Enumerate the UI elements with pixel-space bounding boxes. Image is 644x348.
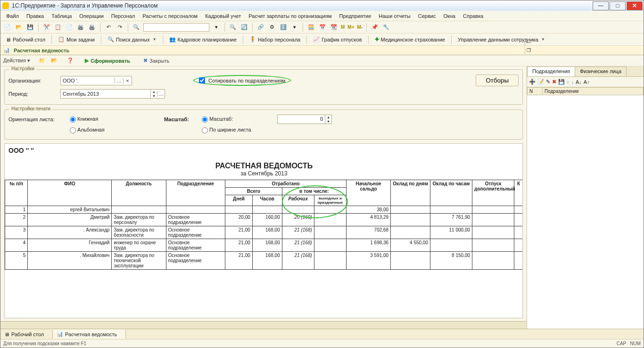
- recruit-button[interactable]: 🧍 Набор персонала: [247, 35, 303, 43]
- save-icon[interactable]: 💾: [26, 23, 34, 32]
- action-help-icon[interactable]: ❓: [66, 57, 74, 65]
- scale-radio[interactable]: [202, 116, 208, 123]
- close-doc-button[interactable]: ✖ Закрыть: [140, 57, 172, 65]
- settings-icon[interactable]: 🔧: [382, 23, 390, 32]
- menu-hr[interactable]: Кадровый учет: [202, 12, 244, 20]
- sort-asc-icon[interactable]: A↓: [576, 79, 582, 85]
- new-icon[interactable]: 📄: [3, 23, 12, 32]
- planning-button[interactable]: 👥 Кадровое планирование: [167, 35, 239, 43]
- sort-by-dept-checkbox[interactable]: [199, 77, 205, 83]
- copy-row-icon[interactable]: ✎: [546, 79, 550, 85]
- properties-icon[interactable]: ⚙: [268, 23, 276, 32]
- col-vacation: Отпуск дополнительный: [472, 180, 514, 206]
- scale-up-button[interactable]: ▲: [325, 115, 331, 119]
- scale-option[interactable]: Масштаб:: [202, 116, 249, 123]
- save-settings-icon[interactable]: 📁: [38, 57, 46, 65]
- menu-help[interactable]: Справка: [460, 12, 486, 20]
- printer2-icon[interactable]: 🖨️: [88, 23, 96, 32]
- filters-button[interactable]: Отборы: [476, 75, 519, 86]
- wintab-document[interactable]: 📊 Расчетная ведомость: [53, 330, 126, 339]
- form-button[interactable]: ▶ Сформировать: [82, 57, 133, 65]
- zoom-icon[interactable]: 🔍: [229, 23, 237, 32]
- memory-mplus-button[interactable]: M+: [347, 25, 354, 30]
- doc-minimize-button[interactable]: —: [525, 39, 532, 46]
- doc-restore-button[interactable]: ❐: [525, 47, 532, 54]
- tab-departments[interactable]: Подразделения: [527, 66, 575, 76]
- help-icon[interactable]: ℹ️: [279, 23, 288, 32]
- delete-icon[interactable]: ✖: [552, 79, 556, 85]
- report-area[interactable]: ООО '' '' РАСЧЕТНАЯ ВЕДОМОСТЬ за Сентябр…: [4, 143, 523, 318]
- save-list-icon[interactable]: 💾: [558, 79, 565, 85]
- menu-file[interactable]: Файл: [3, 12, 22, 20]
- move-down-icon[interactable]: ↓: [571, 79, 574, 85]
- action-bar: Действия ▾ 📁 📂 ❓ ▶ Сформировать ✖ Закрыт…: [0, 55, 644, 66]
- search-dropdown-icon[interactable]: ▾: [212, 23, 221, 32]
- desktop-button[interactable]: 🖥 Рабочий стол: [3, 36, 48, 43]
- org-choose-button[interactable]: …: [115, 78, 123, 83]
- memory-mminus-button[interactable]: M-: [357, 25, 363, 30]
- edit-icon[interactable]: 📝: [537, 79, 544, 85]
- menu-service[interactable]: Сервис: [415, 12, 439, 20]
- scale-width-option[interactable]: По ширине листа: [202, 127, 251, 133]
- close-button[interactable]: ✕: [627, 1, 643, 10]
- calc-icon[interactable]: 🧮: [307, 23, 315, 32]
- pin-icon[interactable]: 📌: [371, 23, 379, 32]
- calendar-icon[interactable]: 📅: [318, 23, 327, 32]
- memory-m-button[interactable]: M: [341, 25, 345, 30]
- open-icon[interactable]: 📂: [15, 23, 23, 32]
- scale-value-spinner[interactable]: 0 ▲ ▼: [277, 115, 332, 124]
- menu-windows[interactable]: Окна: [440, 12, 458, 20]
- period-label: Период:: [8, 91, 56, 97]
- redo-icon[interactable]: ↷: [116, 23, 124, 32]
- add-icon[interactable]: ➕: [529, 79, 536, 85]
- tasks-button[interactable]: 📋 Мои задачи: [56, 35, 97, 43]
- wintab-desktop[interactable]: 🖥 Рабочий стол: [0, 330, 53, 339]
- menu-table[interactable]: Таблица: [49, 12, 74, 20]
- right-table[interactable]: N Подразделение: [527, 87, 644, 329]
- orientation-album-radio[interactable]: [70, 127, 76, 133]
- search-input[interactable]: [143, 23, 209, 32]
- menu-payroll-calc[interactable]: Расчеты с персоналом: [140, 12, 200, 20]
- orientation-album[interactable]: Альбомная: [70, 127, 117, 133]
- paste-icon[interactable]: 📄: [65, 23, 74, 32]
- period-choose-button[interactable]: …: [157, 91, 165, 97]
- menu-edit[interactable]: Правка: [24, 12, 47, 20]
- wintab-desktop-label: Рабочий стол: [11, 331, 44, 337]
- minimize-button[interactable]: —: [593, 1, 609, 10]
- print-icon[interactable]: 🖨️: [76, 23, 85, 32]
- load-settings-icon[interactable]: 📂: [50, 57, 58, 65]
- copy-icon[interactable]: 📋: [54, 23, 62, 32]
- maximize-button[interactable]: □: [610, 1, 626, 10]
- period-down-button[interactable]: ▼: [151, 94, 157, 98]
- right-col-n: N: [528, 88, 543, 95]
- medical-button[interactable]: ✚ Медицинское страхование: [372, 35, 447, 43]
- actions-dropdown[interactable]: Действия ▾: [3, 58, 30, 64]
- menu-personnel[interactable]: Персонал: [108, 12, 138, 20]
- refresh-icon[interactable]: 🔄: [240, 23, 248, 32]
- find-icon[interactable]: 🔍: [132, 23, 140, 32]
- menu-salary-orgs[interactable]: Расчет зарплаты по организациям: [246, 12, 334, 20]
- tab-persons[interactable]: Физические лица: [575, 66, 627, 76]
- orientation-book[interactable]: Книжная: [70, 116, 117, 123]
- move-up-icon[interactable]: ↑: [567, 79, 570, 85]
- vacation-icon: 📈: [313, 36, 320, 42]
- menu-enterprise[interactable]: Предприятие: [337, 12, 374, 20]
- help-dropdown-icon[interactable]: ▾: [290, 23, 299, 32]
- search-data-button[interactable]: 🔍 Поиск данных ▼: [105, 35, 159, 43]
- cut-icon[interactable]: ✂️: [42, 23, 51, 32]
- org-field[interactable]: ООО '. … ×: [60, 76, 132, 85]
- link-icon[interactable]: 🔗: [256, 23, 265, 32]
- scale-down-button[interactable]: ▼: [325, 119, 331, 124]
- orientation-book-radio[interactable]: [70, 116, 76, 123]
- org-clear-button[interactable]: ×: [123, 78, 132, 83]
- date-icon[interactable]: 📆: [330, 23, 338, 32]
- horizontal-scrollbar[interactable]: [0, 321, 527, 329]
- menu-our-reports[interactable]: Наши отчеты: [376, 12, 413, 20]
- menu-operations[interactable]: Операции: [76, 12, 106, 20]
- period-field[interactable]: Сентябрь 2013 ▲ ▼ …: [60, 89, 165, 99]
- vacation-button[interactable]: 📈 График отпусков: [311, 35, 364, 43]
- scale-width-radio[interactable]: [202, 127, 208, 133]
- period-up-button[interactable]: ▲: [151, 90, 157, 94]
- undo-icon[interactable]: ↶: [104, 23, 113, 32]
- sort-desc-icon[interactable]: A↑: [584, 79, 590, 85]
